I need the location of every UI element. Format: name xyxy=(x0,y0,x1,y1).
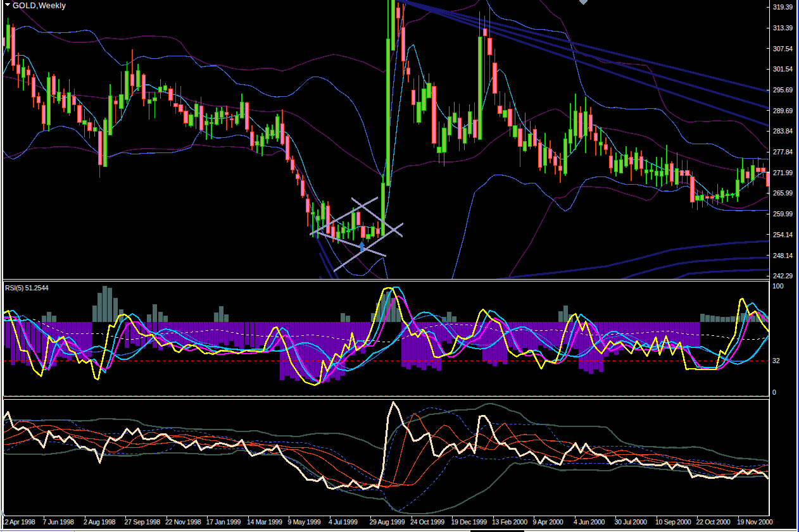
svg-text:307.54: 307.54 xyxy=(773,45,793,53)
svg-text:9 Apr 2000: 9 Apr 2000 xyxy=(533,518,563,526)
svg-text:4 Jul 1999: 4 Jul 1999 xyxy=(329,518,358,526)
svg-text:319.39: 319.39 xyxy=(773,3,793,11)
svg-text:289.69: 289.69 xyxy=(773,107,793,114)
svg-text:10 Sep 2000: 10 Sep 2000 xyxy=(655,518,691,526)
svg-text:12 Apr 1998: 12 Apr 1998 xyxy=(1,518,35,526)
svg-text:27 Sep 1998: 27 Sep 1998 xyxy=(125,518,161,526)
svg-text:7 Jun 1998: 7 Jun 1998 xyxy=(43,518,74,526)
svg-text:265.99: 265.99 xyxy=(773,189,793,197)
svg-text:2 Aug 1998: 2 Aug 1998 xyxy=(84,518,116,526)
svg-text:29 Aug 1999: 29 Aug 1999 xyxy=(370,518,405,526)
svg-text:GOLD,Weekly: GOLD,Weekly xyxy=(13,1,66,10)
svg-text:259.99: 259.99 xyxy=(773,210,793,218)
svg-text:13 Feb 2000: 13 Feb 2000 xyxy=(492,518,527,526)
svg-text:0: 0 xyxy=(772,388,776,396)
svg-text:9 May 1999: 9 May 1999 xyxy=(288,518,321,526)
svg-text:283.84: 283.84 xyxy=(773,127,793,135)
svg-text:22 Nov 1998: 22 Nov 1998 xyxy=(165,518,201,526)
svg-text:301.54: 301.54 xyxy=(773,65,793,73)
svg-text:313.39: 313.39 xyxy=(773,24,793,32)
svg-text:295.69: 295.69 xyxy=(773,86,793,94)
svg-text:277.84: 277.84 xyxy=(773,148,793,156)
svg-text:248.14: 248.14 xyxy=(773,252,793,259)
svg-text:242.29: 242.29 xyxy=(773,272,793,280)
svg-text:271.99: 271.99 xyxy=(773,169,793,176)
svg-text:100: 100 xyxy=(772,282,784,290)
svg-text:14 Mar 1999: 14 Mar 1999 xyxy=(247,518,282,526)
svg-text:24 Oct 1999: 24 Oct 1999 xyxy=(410,518,444,526)
svg-text:32: 32 xyxy=(772,357,780,364)
svg-text:RSI(5) 51.2544: RSI(5) 51.2544 xyxy=(5,284,49,292)
svg-text:19 Nov 2000: 19 Nov 2000 xyxy=(737,518,773,526)
svg-text:19 Dec 1999: 19 Dec 1999 xyxy=(451,518,488,526)
svg-text:4 Jun 2000: 4 Jun 2000 xyxy=(574,518,605,526)
svg-text:22 Oct 2000: 22 Oct 2000 xyxy=(696,518,731,526)
svg-text:254.14: 254.14 xyxy=(773,231,793,238)
svg-text:17 Jan 1999: 17 Jan 1999 xyxy=(206,518,241,526)
svg-text:30 Jul 2000: 30 Jul 2000 xyxy=(615,518,647,526)
